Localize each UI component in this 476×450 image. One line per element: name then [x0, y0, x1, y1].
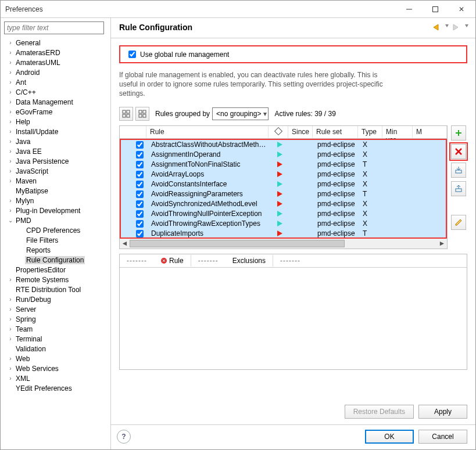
tree-item[interactable]: ›eGovFrame	[3, 107, 108, 117]
tree-item[interactable]: ›Java EE	[3, 146, 108, 156]
table-row[interactable]: AssignmentToNonFinalStaticpmd-eclipseT	[121, 160, 446, 170]
chevron-right-icon[interactable]: ›	[6, 89, 15, 95]
maximize-button[interactable]	[422, 1, 448, 17]
scroll-right-icon[interactable]: ►	[437, 239, 447, 249]
chevron-right-icon[interactable]: ›	[6, 79, 15, 85]
tree-item[interactable]: ›AmaterasERD	[3, 48, 108, 57]
chevron-right-icon[interactable]: ›	[6, 118, 15, 125]
add-rule-button[interactable]	[451, 125, 466, 141]
chevron-right-icon[interactable]: ›	[6, 109, 15, 115]
table-row[interactable]: AvoidReassigningParameterspmd-eclipseT	[121, 189, 446, 199]
tree-item[interactable]: CPD Preferences	[3, 225, 108, 235]
chevron-right-icon[interactable]: ›	[6, 355, 15, 362]
rule-checkbox[interactable]	[136, 141, 144, 149]
chevron-right-icon[interactable]: ›	[6, 148, 15, 154]
tab-rule[interactable]: Rule	[154, 255, 191, 267]
chevron-right-icon[interactable]: ›	[6, 168, 15, 174]
tree-item[interactable]: ›Server	[3, 304, 108, 314]
chevron-right-icon[interactable]: ›	[6, 99, 15, 105]
tree-item[interactable]: ›Android	[3, 67, 108, 77]
rule-checkbox[interactable]	[136, 190, 144, 198]
use-global-checkbox-input[interactable]	[128, 51, 136, 58]
chevron-right-icon[interactable]: ›	[6, 375, 15, 381]
col-since[interactable]: Since	[288, 126, 313, 138]
help-button[interactable]: ?	[117, 430, 131, 444]
apply-button[interactable]: Apply	[418, 405, 467, 419]
tree-item[interactable]: ›General	[3, 38, 108, 48]
chevron-right-icon[interactable]: ›	[6, 197, 15, 204]
table-row[interactable]: AvoidSynchronizedAtMethodLevelpmd-eclips…	[121, 199, 446, 209]
back-menu-icon[interactable]	[445, 24, 449, 30]
use-global-checkbox[interactable]: Use global rule management	[126, 49, 460, 60]
rule-checkbox[interactable]	[136, 210, 144, 218]
table-row[interactable]: AvoidArrayLoopspmd-eclipseX	[121, 170, 446, 179]
chevron-right-icon[interactable]: ›	[6, 316, 15, 322]
tree-item[interactable]: File Filters	[3, 235, 108, 245]
table-row[interactable]: AvoidThrowingRawExceptionTypespmd-eclips…	[121, 219, 446, 229]
tree-item[interactable]: ›C/C++	[3, 87, 108, 97]
scroll-left-icon[interactable]: ◄	[120, 239, 130, 249]
tree-item[interactable]: ›Maven	[3, 176, 108, 186]
chevron-right-icon[interactable]: ›	[6, 138, 15, 145]
tree-item[interactable]: Reports	[3, 245, 108, 255]
back-icon[interactable]	[432, 24, 442, 31]
chevron-right-icon[interactable]: ›	[6, 365, 15, 372]
chevron-right-icon[interactable]: ›	[6, 69, 15, 75]
forward-menu-icon[interactable]	[465, 24, 468, 30]
chevron-right-icon[interactable]: ›	[6, 158, 15, 164]
rule-checkbox[interactable]	[136, 200, 144, 208]
chevron-right-icon[interactable]: ›	[6, 178, 15, 184]
collapse-all-button[interactable]	[135, 107, 149, 121]
chevron-right-icon[interactable]: ›	[6, 39, 15, 46]
grouping-select[interactable]: <no grouping> ▾	[212, 107, 269, 120]
category-tree[interactable]: ›General›AmaterasERD›AmaterasUML›Android…	[3, 38, 108, 446]
table-row[interactable]: DuplicateImportspmd-eclipseT	[121, 229, 446, 237]
cancel-button[interactable]: Cancel	[418, 430, 467, 444]
tree-item[interactable]: ›Terminal	[3, 334, 108, 344]
tree-item[interactable]: PropertiesEditor	[3, 265, 108, 275]
tree-item[interactable]: ›Web	[3, 354, 108, 363]
col-priority[interactable]	[269, 126, 288, 138]
export-rules-button[interactable]	[451, 181, 466, 196]
table-row[interactable]: AbstractClassWithoutAbstractMethodpmd-ec…	[121, 140, 446, 150]
chevron-right-icon[interactable]: ›	[6, 296, 15, 303]
edit-rule-button[interactable]	[451, 215, 466, 230]
tree-item[interactable]: ›Data Management	[3, 97, 108, 107]
rule-checkbox[interactable]	[136, 230, 144, 237]
tree-item[interactable]: ›Remote Systems	[3, 275, 108, 285]
rule-checkbox[interactable]	[136, 171, 144, 178]
col-minver[interactable]: Min ver	[382, 126, 413, 138]
tree-item[interactable]: ›Install/Update	[3, 127, 108, 136]
tree-item[interactable]: Rule Configuration	[3, 255, 108, 265]
tree-item[interactable]: ›Team	[3, 324, 108, 334]
tree-item[interactable]: ›Run/Debug	[3, 294, 108, 304]
remove-rule-button[interactable]	[451, 144, 466, 159]
tree-item[interactable]: ›JavaScript	[3, 166, 108, 176]
chevron-down-icon[interactable]: ⌄	[6, 217, 15, 224]
tree-item[interactable]: Validation	[3, 344, 108, 354]
tree-item[interactable]: YEdit Preferences	[3, 383, 108, 393]
chevron-right-icon[interactable]: ›	[6, 276, 15, 283]
table-row[interactable]: AvoidThrowingNullPointerExceptionpmd-ecl…	[121, 209, 446, 219]
tree-item[interactable]: ›Mylyn	[3, 196, 108, 206]
col-type[interactable]: Type	[358, 126, 382, 138]
tree-item[interactable]: ›Web Services	[3, 363, 108, 373]
table-row[interactable]: AssignmentInOperandpmd-eclipseX	[121, 150, 446, 160]
minimize-button[interactable]	[396, 1, 422, 17]
rule-checkbox[interactable]	[136, 220, 144, 228]
chevron-right-icon[interactable]: ›	[6, 326, 15, 332]
tree-item[interactable]: ›Java	[3, 136, 108, 146]
tree-item[interactable]: ⌄PMD	[3, 215, 108, 225]
chevron-right-icon[interactable]: ›	[6, 336, 15, 342]
tree-item[interactable]: RTE Distribution Tool	[3, 285, 108, 294]
tree-item[interactable]: ›Help	[3, 117, 108, 127]
chevron-right-icon[interactable]: ›	[6, 207, 15, 214]
tree-item[interactable]: MyBatipse	[3, 186, 108, 196]
col-ruleset[interactable]: Rule set	[313, 126, 358, 138]
expand-all-button[interactable]	[119, 107, 133, 121]
chevron-right-icon[interactable]: ›	[6, 306, 15, 312]
tree-item[interactable]: ›AmaterasUML	[3, 57, 108, 67]
tree-item[interactable]: ›Ant	[3, 77, 108, 87]
horizontal-scrollbar[interactable]: ◄ ►	[120, 239, 447, 249]
rules-table[interactable]: Rule Since Rule set Type Min ver M Abstr…	[119, 125, 448, 249]
